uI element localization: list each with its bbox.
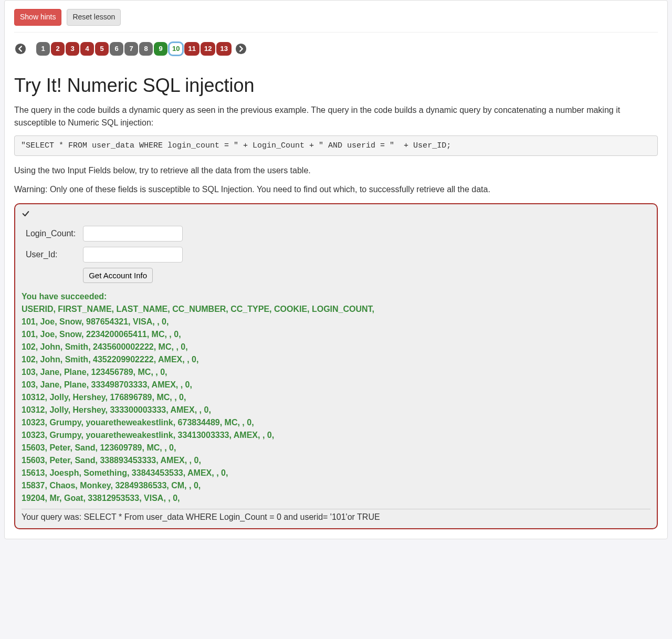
- page-2[interactable]: 2: [51, 42, 65, 56]
- success-header: You have succeeded:: [22, 290, 650, 303]
- arrow-left-circle-icon: [15, 43, 26, 55]
- result-row: 101, Joe, Snow, 987654321, VISA, , 0,: [22, 316, 650, 328]
- page-4[interactable]: 4: [80, 42, 94, 56]
- result-output: You have succeeded: USERID, FIRST_NAME, …: [22, 290, 650, 522]
- result-row: 15603, Peter, Sand, 338893453333, AMEX, …: [22, 454, 650, 467]
- page-10[interactable]: 10: [169, 42, 183, 56]
- login-count-input[interactable]: [83, 226, 183, 242]
- page-1[interactable]: 1: [36, 42, 50, 56]
- result-row: 102, John, Smith, 2435600002222, MC, , 0…: [22, 341, 650, 353]
- page-3[interactable]: 3: [66, 42, 79, 56]
- page-9[interactable]: 9: [154, 42, 167, 56]
- lesson-intro: The query in the code builds a dynamic q…: [14, 104, 658, 129]
- page-13[interactable]: 13: [216, 42, 231, 56]
- success-check-icon: [22, 209, 650, 219]
- result-row: 102, John, Smith, 4352209902222, AMEX, ,…: [22, 353, 650, 366]
- result-row: 10323, Grumpy, youaretheweakestlink, 334…: [22, 429, 650, 442]
- lesson-instructions: Using the two Input Fields below, try to…: [14, 164, 658, 177]
- attack-box: Login_Count: User_Id: Get Account Info Y…: [14, 203, 658, 529]
- get-account-info-button[interactable]: Get Account Info: [83, 268, 153, 283]
- lesson-pagination: 12345678910111213: [14, 42, 658, 56]
- page-11[interactable]: 11: [184, 42, 199, 56]
- user-id-input[interactable]: [83, 247, 183, 263]
- result-row: 15613, Joesph, Something, 33843453533, A…: [22, 467, 650, 479]
- show-hints-button[interactable]: Show hints: [14, 9, 61, 26]
- sql-code-block: "SELECT * FROM user_data WHERE login_cou…: [14, 135, 658, 156]
- svg-point-1: [236, 44, 246, 54]
- result-row: 15837, Chaos, Monkey, 32849386533, CM, ,…: [22, 479, 650, 492]
- arrow-right-circle-icon: [235, 43, 247, 55]
- page-5[interactable]: 5: [95, 42, 109, 56]
- result-columns: USERID, FIRST_NAME, LAST_NAME, CC_NUMBER…: [22, 303, 650, 316]
- result-row: 10312, Jolly, Hershey, 176896789, MC, , …: [22, 391, 650, 404]
- result-row: 103, Jane, Plane, 123456789, MC, , 0,: [22, 366, 650, 379]
- result-row: 15603, Peter, Sand, 123609789, MC, , 0,: [22, 442, 650, 454]
- result-row: 103, Jane, Plane, 333498703333, AMEX, , …: [22, 379, 650, 391]
- page-7[interactable]: 7: [124, 42, 138, 56]
- lesson-container: Show hints Reset lesson 1234567891011121…: [4, 0, 668, 539]
- page-6[interactable]: 6: [110, 42, 123, 56]
- top-button-bar: Show hints Reset lesson: [14, 6, 658, 33]
- svg-point-0: [15, 44, 26, 54]
- query-echo: Your query was: SELECT * From user_data …: [22, 512, 650, 522]
- attack-form: Login_Count: User_Id: Get Account Info: [22, 223, 187, 286]
- result-row: 10312, Jolly, Hershey, 333300003333, AME…: [22, 404, 650, 416]
- page-8[interactable]: 8: [139, 42, 153, 56]
- user-id-label: User_Id:: [23, 245, 79, 265]
- page-12[interactable]: 12: [201, 42, 215, 56]
- lesson-warning: Warning: Only one of these fields is sus…: [14, 183, 658, 196]
- result-row: 101, Joe, Snow, 2234200065411, MC, , 0,: [22, 328, 650, 341]
- result-row: 10323, Grumpy, youaretheweakestlink, 673…: [22, 416, 650, 429]
- result-separator: [22, 509, 650, 509]
- lesson-title: Try It! Numeric SQL injection: [14, 75, 658, 97]
- prev-page-button[interactable]: [14, 43, 27, 55]
- result-row: 19204, Mr, Goat, 33812953533, VISA, , 0,: [22, 492, 650, 505]
- next-page-button[interactable]: [235, 43, 247, 55]
- reset-lesson-button[interactable]: Reset lesson: [67, 9, 121, 26]
- login-count-label: Login_Count:: [23, 224, 79, 244]
